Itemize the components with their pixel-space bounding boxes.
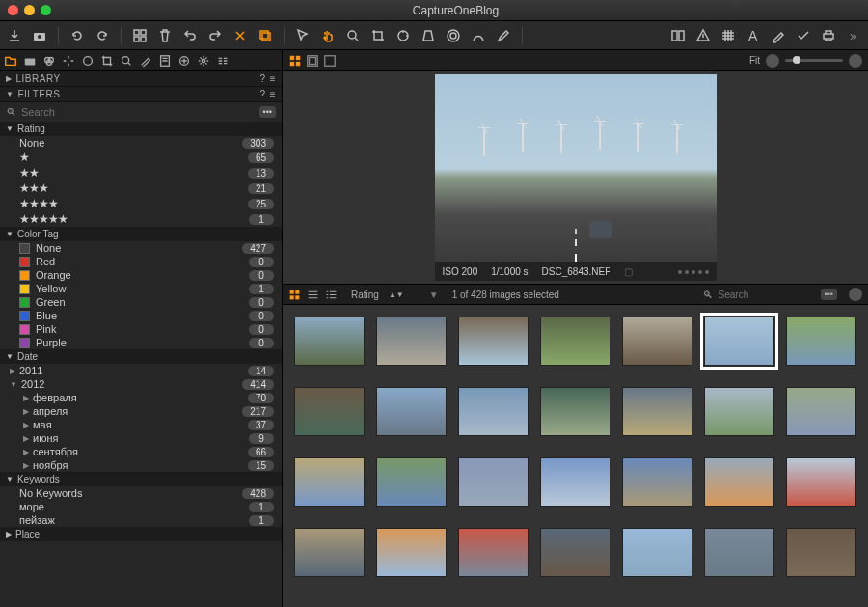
redo-icon[interactable] — [206, 27, 224, 44]
thumbnail[interactable] — [376, 317, 447, 366]
variant-icon[interactable] — [257, 27, 274, 44]
thumbnail[interactable] — [704, 457, 774, 507]
color-tag-row[interactable]: Orange0 — [0, 268, 282, 282]
thumbnail[interactable] — [704, 317, 774, 366]
warning-icon[interactable] — [694, 27, 712, 44]
thumbnail[interactable] — [540, 528, 610, 577]
primary-view-icon[interactable] — [306, 54, 319, 68]
crop-icon[interactable] — [369, 27, 387, 44]
rating-row[interactable]: ★★13 — [0, 165, 282, 180]
batch-tab-icon[interactable] — [216, 54, 230, 68]
thumbnail[interactable] — [622, 387, 692, 436]
place-group-header[interactable]: ▶Place — [0, 527, 282, 541]
spot-icon[interactable] — [445, 27, 462, 44]
print-icon[interactable] — [820, 27, 837, 44]
compare-icon[interactable] — [669, 27, 687, 44]
date-month-row[interactable]: ▶ноября15 — [0, 458, 282, 472]
keyword-row[interactable]: море1 — [0, 500, 282, 513]
list-view-button[interactable] — [307, 289, 319, 301]
color-tag-group-header[interactable]: ▼Color Tag — [0, 227, 282, 241]
grid-view-icon[interactable] — [719, 27, 737, 44]
help-icon[interactable]: ? — [260, 73, 266, 84]
keyword-row[interactable]: пейзаж1 — [0, 513, 282, 527]
keystone-icon[interactable] — [420, 27, 437, 44]
date-group-header[interactable]: ▼Date — [0, 349, 282, 364]
keyword-row[interactable]: No Keywords428 — [0, 486, 282, 500]
color-tag-row[interactable]: Pink0 — [0, 322, 282, 336]
date-month-row[interactable]: ▶сентября66 — [0, 445, 282, 458]
single-view-icon[interactable] — [323, 54, 337, 68]
edit-icon[interactable] — [770, 27, 787, 44]
reset-icon[interactable] — [231, 27, 249, 44]
filmstrip-view-button[interactable] — [325, 289, 338, 301]
rating-row[interactable]: ★★★★★1 — [0, 211, 282, 227]
thumbnail[interactable] — [294, 387, 365, 436]
lens-tab-icon[interactable] — [81, 54, 95, 68]
color-tab-icon[interactable] — [42, 54, 56, 68]
filters-panel-header[interactable]: ▼ FILTERS ?≡ — [0, 87, 282, 102]
thumbnail[interactable] — [376, 457, 447, 507]
thumbnail[interactable] — [540, 387, 610, 436]
undo-icon[interactable] — [181, 27, 199, 44]
thumbnail[interactable] — [540, 317, 610, 366]
thumbnail[interactable] — [786, 317, 856, 366]
color-tag-row[interactable]: None427 — [0, 241, 282, 255]
grid-view-button[interactable] — [288, 289, 301, 301]
color-tag-row[interactable]: Purple0 — [0, 336, 282, 349]
color-tag-row[interactable]: Red0 — [0, 255, 282, 268]
thumbnail[interactable] — [704, 387, 774, 436]
thumbnail[interactable] — [458, 457, 529, 507]
mask-icon[interactable] — [470, 27, 487, 44]
sort-label[interactable]: Rating — [351, 290, 379, 300]
color-tag-row[interactable]: Yellow1 — [0, 282, 282, 295]
adjustments-tab-icon[interactable] — [139, 54, 152, 68]
thumbnail[interactable] — [294, 457, 365, 507]
zoom-window-button[interactable] — [41, 5, 51, 15]
search-options-button[interactable]: ••• — [259, 106, 276, 118]
zoom-icon[interactable] — [344, 27, 362, 44]
thumbnail[interactable] — [622, 528, 692, 577]
grid-icon[interactable] — [131, 27, 149, 44]
thumbnail[interactable] — [622, 317, 692, 366]
cursor-icon[interactable] — [294, 27, 312, 44]
capture-tab-icon[interactable] — [23, 54, 37, 68]
date-year-row[interactable]: ▶201114 — [0, 364, 282, 377]
library-tab-icon[interactable] — [4, 54, 17, 68]
check-icon[interactable] — [795, 27, 812, 44]
date-month-row[interactable]: ▶апреля217 — [0, 404, 282, 418]
user-icon[interactable] — [849, 54, 862, 68]
trash-icon[interactable] — [156, 27, 174, 44]
import-icon[interactable] — [6, 27, 23, 44]
multi-view-icon[interactable] — [288, 54, 302, 68]
rating-dots[interactable] — [678, 270, 709, 274]
thumbnail[interactable] — [294, 317, 365, 366]
details-tab-icon[interactable] — [120, 54, 133, 68]
filter-search-input[interactable] — [21, 106, 256, 118]
color-tag-row[interactable]: Green0 — [0, 295, 282, 309]
proof-profile-icon[interactable] — [766, 54, 779, 68]
pan-icon[interactable] — [319, 27, 337, 44]
thumbnail[interactable] — [458, 528, 529, 577]
sort-asc-icon[interactable]: ▼ — [429, 290, 439, 300]
text-icon[interactable]: A — [745, 27, 762, 44]
rotate-ccw-icon[interactable] — [68, 27, 86, 44]
rating-row[interactable]: ★65 — [0, 150, 282, 165]
more-icon[interactable]: » — [845, 27, 862, 44]
rotate-cw-icon[interactable] — [94, 27, 111, 44]
rotate-icon[interactable] — [394, 27, 412, 44]
rating-row[interactable]: None303 — [0, 136, 282, 150]
browser-search-input[interactable] — [719, 290, 815, 300]
thumbnail[interactable] — [622, 457, 692, 507]
browser-user-icon[interactable] — [849, 288, 862, 301]
thumbnail[interactable] — [294, 528, 365, 577]
thumbnail[interactable] — [458, 387, 529, 436]
thumbnail[interactable] — [540, 457, 610, 507]
crop-tab-icon[interactable] — [100, 54, 114, 68]
zoom-slider[interactable] — [785, 59, 843, 62]
date-month-row[interactable]: ▶июня9 — [0, 431, 282, 445]
preview-image[interactable] — [435, 74, 717, 262]
thumbnail[interactable] — [786, 387, 856, 436]
capture-icon[interactable] — [31, 27, 48, 44]
help-icon[interactable]: ? — [260, 89, 266, 99]
settings-tab-icon[interactable] — [197, 54, 210, 68]
